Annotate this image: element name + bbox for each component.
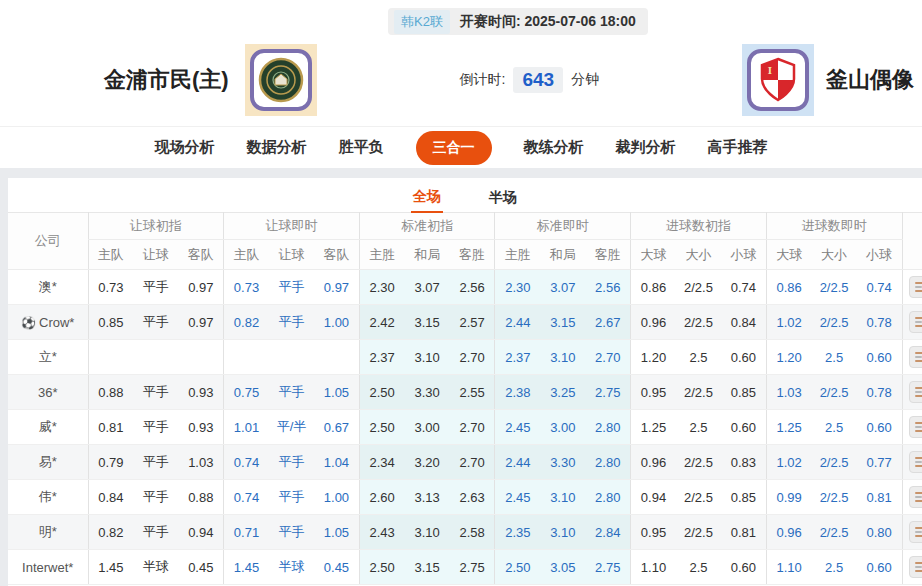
kickoff-label: 开赛时间: (460, 13, 521, 29)
odds-table: 公司让球初指让球即时标准初指标准即时进球数初指进球数即时 主队让球客队主队让球客… (8, 212, 922, 585)
company-name: Interwet* (22, 560, 73, 575)
odds-cell: 3.30 (540, 445, 585, 480)
nav-tab-3[interactable]: 三合一 (416, 131, 492, 165)
row-detail-button[interactable] (909, 521, 922, 543)
sub-header-3-1: 和局 (540, 240, 585, 270)
group-header-3: 标准即时 (495, 213, 631, 240)
subtab-1[interactable]: 半场 (487, 183, 519, 212)
odds-cell: 2.75 (585, 375, 630, 410)
odds-cell: 3.13 (405, 480, 450, 515)
company-name: 立* (39, 349, 57, 364)
odds-cell: 平手 (133, 270, 178, 305)
sub-header-3-2: 客胜 (585, 240, 630, 270)
odds-cell: 平手 (269, 515, 314, 550)
odds-cell: 0.84 (88, 480, 133, 515)
odds-cell: 2.67 (585, 305, 630, 340)
odds-cell: 2.5 (676, 410, 721, 445)
odds-cell: 2/2.5 (812, 445, 857, 480)
action-cell (902, 515, 922, 550)
odds-cell: 3.07 (405, 270, 450, 305)
odds-cell: 2.80 (585, 480, 630, 515)
odds-cell: 3.25 (540, 375, 585, 410)
row-detail-button[interactable] (909, 416, 922, 438)
odds-cell: 2.60 (359, 480, 404, 515)
odds-cell: 0.45 (178, 550, 223, 585)
odds-cell: 0.94 (178, 515, 223, 550)
nav-tab-1[interactable]: 数据分析 (247, 138, 307, 157)
group-header-0: 让球初指 (88, 213, 224, 240)
odds-cell: 1.45 (224, 550, 269, 585)
period-subtabs: 全场半场 (8, 178, 922, 212)
nav-tab-0[interactable]: 现场分析 (155, 138, 215, 157)
odds-row-6: 伟*0.84平手0.880.74平手1.002.603.132.632.453.… (8, 480, 922, 515)
odds-cell: 0.60 (721, 410, 766, 445)
match-header: 韩K2联 开赛时间: 2025-07-06 18:00 金浦市民(主) 倒计时:… (0, 0, 922, 126)
odds-cell: 1.03 (766, 375, 811, 410)
match-info-bar: 韩K2联 开赛时间: 2025-07-06 18:00 (388, 8, 648, 35)
league-badge[interactable]: 韩K2联 (394, 10, 450, 34)
odds-cell: 0.74 (224, 445, 269, 480)
nav-tab-5[interactable]: 裁判分析 (616, 138, 676, 157)
sub-header-0-2: 客队 (178, 240, 223, 270)
odds-row-1: ⚽Crow*0.85平手0.970.82平手1.002.423.152.572.… (8, 305, 922, 340)
odds-cell: 2.30 (359, 270, 404, 305)
odds-cell: 1.03 (178, 445, 223, 480)
row-detail-button[interactable] (909, 556, 922, 578)
sub-header-0-1: 让球 (133, 240, 178, 270)
odds-cell: 0.88 (178, 480, 223, 515)
odds-cell: 2.80 (585, 410, 630, 445)
row-detail-button[interactable] (909, 276, 922, 298)
odds-cell: 0.82 (224, 305, 269, 340)
company-cell: 36* (8, 375, 88, 410)
odds-cell: 2/2.5 (812, 270, 857, 305)
odds-cell: 0.96 (631, 305, 676, 340)
odds-cell: 0.81 (857, 480, 902, 515)
odds-cell: 1.00 (314, 480, 359, 515)
row-detail-button[interactable] (909, 486, 922, 508)
group-header-1: 让球即时 (224, 213, 360, 240)
odds-cell: 0.74 (224, 480, 269, 515)
odds-cell: 0.96 (766, 515, 811, 550)
odds-cell: 0.99 (766, 480, 811, 515)
odds-cell: 0.79 (88, 445, 133, 480)
odds-card: 全场半场 公司让球初指让球即时标准初指标准即时进球数初指进球数即时 主队让球客队… (8, 178, 922, 586)
row-detail-button[interactable] (909, 346, 922, 368)
company-name: 澳* (39, 279, 57, 294)
nav-tab-2[interactable]: 胜平负 (339, 138, 384, 157)
odds-cell: 2/2.5 (676, 305, 721, 340)
odds-cell: 0.86 (631, 270, 676, 305)
action-cell (902, 480, 922, 515)
odds-cell: 0.45 (314, 550, 359, 585)
odds-cell: 2.70 (450, 445, 495, 480)
odds-cell: 2.70 (585, 340, 630, 375)
odds-table-head: 公司让球初指让球即时标准初指标准即时进球数初指进球数即时 主队让球客队主队让球客… (8, 213, 922, 270)
company-name: 明* (39, 524, 57, 539)
group-header-4: 进球数初指 (631, 213, 767, 240)
sub-header-2-0: 主胜 (359, 240, 404, 270)
odds-cell: 0.85 (88, 305, 133, 340)
subtab-0[interactable]: 全场 (411, 182, 443, 213)
odds-cell: 3.05 (540, 550, 585, 585)
odds-cell: 2/2.5 (676, 515, 721, 550)
odds-cell: 2.84 (585, 515, 630, 550)
home-logo-frame (250, 49, 312, 111)
nav-tab-6[interactable]: 高手推荐 (708, 138, 768, 157)
row-detail-button[interactable] (909, 451, 922, 473)
odds-cell: 2.70 (450, 340, 495, 375)
odds-cell: 3.10 (540, 480, 585, 515)
odds-cell: 2.45 (495, 410, 540, 445)
nav-tab-4[interactable]: 教练分析 (524, 138, 584, 157)
odds-table-body: 澳*0.73平手0.970.73平手0.972.303.072.562.303.… (8, 270, 922, 585)
odds-cell: 2.5 (812, 340, 857, 375)
row-detail-button[interactable] (909, 311, 922, 333)
odds-row-0: 澳*0.73平手0.970.73平手0.972.303.072.562.303.… (8, 270, 922, 305)
home-badge-icon (257, 56, 305, 104)
company-cell: 明* (8, 515, 88, 550)
odds-row-7: 明*0.82平手0.940.71平手1.052.433.102.582.353.… (8, 515, 922, 550)
row-detail-button[interactable] (909, 381, 922, 403)
odds-cell (178, 340, 223, 375)
odds-cell: 2.42 (359, 305, 404, 340)
odds-cell: 0.96 (631, 445, 676, 480)
odds-cell: 0.60 (857, 340, 902, 375)
odds-cell: 3.00 (540, 410, 585, 445)
